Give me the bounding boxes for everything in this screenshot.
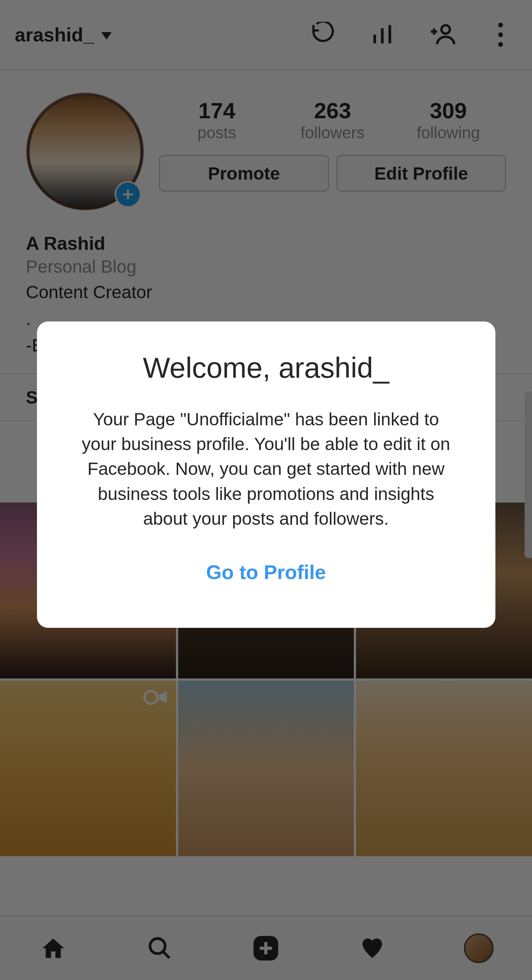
go-to-profile-link[interactable]: Go to Profile (81, 561, 451, 584)
modal-body: Your Page "Unofficialme" has been linked… (81, 407, 451, 531)
modal-title: Welcome, arashid_ (81, 351, 451, 385)
modal-overlay[interactable]: Welcome, arashid_ Your Page "Unofficialm… (0, 0, 532, 980)
welcome-modal: Welcome, arashid_ Your Page "Unofficialm… (37, 321, 495, 628)
